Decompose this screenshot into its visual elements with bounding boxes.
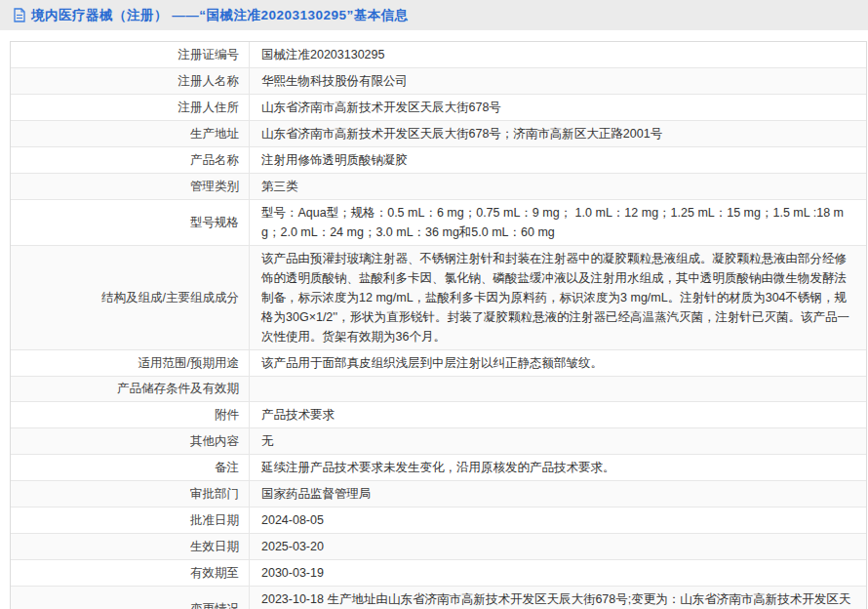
row-label: 注册人名称 [11,68,250,94]
table-row-model-specs: 型号规格 型号：Aqua型；规格：0.5 mL：6 mg；0.75 mL：9 m… [11,200,866,246]
row-label: 型号规格 [11,200,250,245]
table-row-registrant-name: 注册人名称 华熙生物科技股份有限公司 [11,68,866,95]
title-bar: 境内医疗器械（注册） ——“国械注准20203130295”基本信息 [0,0,868,30]
table-row-attachments: 附件 产品技术要求 [11,402,866,428]
row-label: 注册人住所 [11,95,250,120]
row-value: 延续注册产品技术要求未发生变化，沿用原核发的产品技术要求。 [250,455,866,480]
row-value: 华熙生物科技股份有限公司 [250,68,866,94]
row-label: 管理类别 [11,174,250,199]
table-row-storage-conditions: 产品储存条件及有效期 [11,377,866,402]
table-row-approval-date: 批准日期 2024-08-05 [11,508,866,534]
row-label: 备注 [11,455,250,480]
row-label: 结构及组成/主要组成成分 [11,246,250,349]
row-value [250,377,866,401]
row-label: 适用范围/预期用途 [11,350,250,376]
row-value: 无 [250,428,866,454]
row-label: 审批部门 [11,481,250,507]
row-value: 2030-03-19 [250,560,866,586]
row-value: 该产品由预灌封玻璃注射器、不锈钢注射针和封装在注射器中的凝胶颗粒悬液组成。凝胶颗… [250,246,866,349]
row-value: 2023-10-18 生产地址由山东省济南市高新技术开发区天辰大街678号;变更… [250,587,866,609]
row-value: 注射用修饰透明质酸钠凝胶 [250,147,866,173]
row-label: 附件 [11,402,250,427]
table-row-product-name: 产品名称 注射用修饰透明质酸钠凝胶 [11,147,866,174]
row-value: 2024-08-05 [250,508,866,533]
table-row-intended-use: 适用范围/预期用途 该产品用于面部真皮组织浅层到中层注射以纠正静态额部皱纹。 [11,350,866,377]
row-value: 型号：Aqua型；规格：0.5 mL：6 mg；0.75 mL：9 mg； 1.… [250,200,866,245]
row-value: 山东省济南市高新技术开发区天辰大街678号 [250,95,866,120]
registration-info-table: 注册证编号 国械注准20203130295 注册人名称 华熙生物科技股份有限公司… [10,41,867,609]
table-row-change-history: 变更情况 2023-10-18 生产地址由山东省济南市高新技术开发区天辰大街67… [11,587,866,609]
table-row-structure-composition: 结构及组成/主要组成成分 该产品由预灌封玻璃注射器、不锈钢注射针和封装在注射器中… [11,246,866,350]
row-label: 注册证编号 [11,42,250,67]
table-row-other-content: 其他内容 无 [11,428,866,455]
table-row-registrant-address: 注册人住所 山东省济南市高新技术开发区天辰大街678号 [11,95,866,121]
row-label: 产品储存条件及有效期 [11,377,250,401]
row-value: 第三类 [250,174,866,199]
row-label: 生产地址 [11,121,250,146]
table-row-effective-date: 生效日期 2025-03-20 [11,534,866,560]
table-row-production-address: 生产地址 山东省济南市高新技术开发区天辰大街678号；济南市高新区大正路2001… [11,121,866,147]
row-value: 该产品用于面部真皮组织浅层到中层注射以纠正静态额部皱纹。 [250,350,866,376]
row-value: 国械注准20203130295 [250,42,866,67]
row-value: 国家药品监督管理局 [250,481,866,507]
table-row-management-category: 管理类别 第三类 [11,174,866,200]
table-row-registration-number: 注册证编号 国械注准20203130295 [11,42,866,68]
row-value: 山东省济南市高新技术开发区天辰大街678号；济南市高新区大正路2001号 [250,121,866,146]
row-label: 其他内容 [11,428,250,454]
row-label: 有效期至 [11,560,250,586]
row-label: 批准日期 [11,508,250,533]
page-title: 境内医疗器械（注册） ——“国械注准20203130295”基本信息 [31,7,409,24]
document-icon [13,8,26,22]
row-value: 产品技术要求 [250,402,866,427]
table-row-remarks: 备注 延续注册产品技术要求未发生变化，沿用原核发的产品技术要求。 [11,455,866,481]
row-label: 生效日期 [11,534,250,559]
table-row-expiry-date: 有效期至 2030-03-19 [11,560,866,587]
table-row-approval-department: 审批部门 国家药品监督管理局 [11,481,866,508]
row-label: 变更情况 [11,587,250,609]
row-value: 2025-03-20 [250,534,866,559]
row-label: 产品名称 [11,147,250,173]
